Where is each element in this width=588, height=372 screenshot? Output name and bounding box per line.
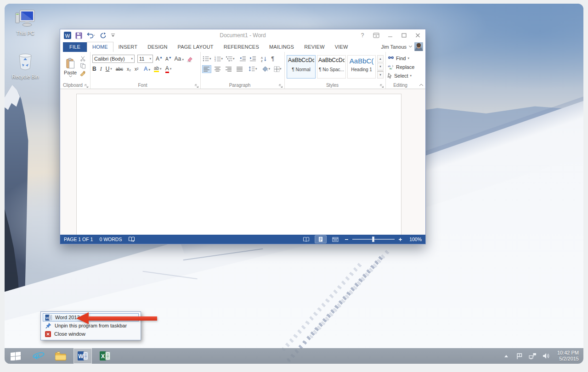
account-control[interactable]: Jim Tanous	[381, 42, 423, 51]
styles-more-button[interactable]: ▾	[377, 71, 384, 79]
ribbon-display-options-button[interactable]	[370, 31, 382, 40]
style-normal[interactable]: AaBbCcDc ¶ Normal	[287, 55, 316, 79]
jumplist-item-close-window[interactable]: Close window	[43, 330, 139, 338]
align-right-button[interactable]	[225, 66, 233, 73]
maximize-button[interactable]	[398, 31, 410, 40]
tab-insert[interactable]: INSERT	[113, 42, 142, 52]
read-mode-button[interactable]	[300, 236, 311, 243]
close-button[interactable]	[412, 31, 424, 40]
action-center-icon[interactable]	[515, 351, 524, 361]
align-left-button[interactable]	[203, 66, 211, 73]
redo-button[interactable]	[100, 32, 107, 39]
dialog-launcher-icon[interactable]	[195, 84, 199, 88]
avatar	[414, 42, 423, 51]
zoom-out-button[interactable]	[345, 237, 349, 242]
desktop-icon-recycle-bin[interactable]: Recycle Bin	[8, 52, 42, 79]
help-button[interactable]: ?	[356, 31, 368, 40]
font-color-button[interactable]: A	[165, 65, 169, 73]
numbering-button[interactable]: 123▾	[215, 56, 223, 62]
taskbar-item-file-explorer[interactable]	[51, 348, 70, 364]
tab-design[interactable]: DESIGN	[142, 42, 172, 52]
proofing-status-icon[interactable]	[128, 237, 135, 242]
decrease-indent-button[interactable]	[239, 56, 246, 62]
collapse-ribbon-button[interactable]	[419, 82, 424, 87]
dialog-launcher-icon[interactable]	[279, 84, 283, 88]
word-count[interactable]: 0 WORDS	[99, 237, 122, 242]
highlight-color-button[interactable]: ab	[154, 66, 159, 72]
paste-button[interactable]: Paste	[63, 54, 78, 81]
tab-references[interactable]: REFERENCES	[219, 42, 264, 52]
format-painter-button[interactable]	[79, 70, 86, 76]
bold-button[interactable]: B	[92, 66, 96, 72]
tab-home[interactable]: HOME	[87, 42, 113, 52]
underline-button[interactable]: U	[106, 66, 110, 72]
sort-button[interactable]: AZ	[261, 56, 267, 62]
document-page[interactable]	[76, 94, 401, 235]
tab-view[interactable]: VIEW	[330, 42, 353, 52]
taskbar-item-word[interactable]: W	[74, 348, 92, 364]
title-bar[interactable]: W Document1 - Word ?	[60, 29, 425, 41]
taskbar-item-internet-explorer[interactable]: e	[29, 348, 48, 364]
font-size-combo[interactable]: 11▾	[137, 55, 153, 63]
taskbar-clock[interactable]: 10:42 PM 5/2/2015	[555, 350, 579, 362]
find-button[interactable]: Find▾	[388, 54, 418, 62]
start-button[interactable]	[6, 348, 25, 364]
zoom-in-button[interactable]	[398, 237, 402, 242]
style-heading-1[interactable]: AaBbC( Heading 1	[347, 55, 376, 79]
increase-indent-button[interactable]	[249, 56, 256, 62]
line-spacing-button[interactable]: ▾	[249, 66, 257, 72]
print-layout-button[interactable]	[315, 236, 326, 243]
text-effects-button[interactable]: A ▾	[144, 66, 150, 72]
show-paragraph-marks-button[interactable]: ¶	[271, 56, 274, 62]
find-icon	[388, 56, 394, 61]
style-no-spacing[interactable]: AaBbCcDc ¶ No Spac...	[317, 55, 346, 79]
zoom-slider[interactable]	[352, 239, 395, 240]
change-case-button[interactable]: Aa ▾	[175, 56, 184, 62]
shading-button[interactable]: ▾	[262, 66, 271, 72]
grow-font-button[interactable]: A▲	[156, 56, 163, 62]
select-button[interactable]: Select▾	[388, 71, 418, 80]
styles-scroll-up-button[interactable]: ▴	[377, 55, 384, 62]
customize-qat-icon[interactable]	[111, 33, 115, 38]
bullets-button[interactable]: ▾	[203, 56, 211, 62]
align-center-button[interactable]	[214, 66, 222, 73]
styles-scroll-down-button[interactable]: ▾	[377, 63, 384, 70]
desktop-icon-this-pc[interactable]: This PC	[8, 9, 42, 36]
cut-button[interactable]	[79, 56, 86, 62]
italic-button[interactable]: I	[100, 66, 102, 73]
font-name-combo[interactable]: Calibri (Body)▾	[92, 55, 135, 63]
dialog-launcher-icon[interactable]	[380, 84, 384, 88]
replace-button[interactable]: abac Replace	[388, 62, 418, 71]
multilevel-list-button[interactable]: ▾	[226, 56, 235, 62]
svg-text:W: W	[65, 33, 70, 39]
justify-button[interactable]	[236, 66, 244, 73]
tab-file[interactable]: FILE	[63, 42, 87, 52]
minimize-button[interactable]	[384, 31, 396, 40]
document-area[interactable]	[60, 89, 425, 235]
quick-access-toolbar: W	[64, 32, 115, 39]
arrow-head	[76, 312, 89, 324]
style-name: ¶ No Spac...	[318, 67, 345, 72]
show-hidden-icons-button[interactable]	[502, 351, 510, 361]
network-icon[interactable]	[529, 351, 537, 361]
volume-icon[interactable]	[542, 351, 550, 361]
tab-review[interactable]: REVIEW	[299, 42, 330, 52]
borders-button[interactable]: ▾	[274, 66, 282, 72]
subscript-button[interactable]: x₂	[127, 67, 131, 72]
dialog-launcher-icon[interactable]	[85, 84, 89, 88]
web-layout-button[interactable]	[330, 236, 341, 243]
undo-button[interactable]	[86, 32, 96, 39]
clear-formatting-button[interactable]	[187, 56, 193, 62]
superscript-button[interactable]: x²	[135, 67, 138, 72]
zoom-slider-thumb[interactable]	[372, 237, 374, 242]
save-button[interactable]	[75, 32, 82, 39]
tab-mailings[interactable]: MAILINGS	[264, 42, 299, 52]
zoom-level[interactable]: 100%	[406, 237, 422, 242]
tab-page-layout[interactable]: PAGE LAYOUT	[173, 42, 219, 52]
page-indicator[interactable]: PAGE 1 OF 1	[64, 237, 93, 242]
select-icon	[388, 73, 392, 79]
shrink-font-button[interactable]: A▼	[165, 56, 172, 62]
copy-button[interactable]	[79, 63, 86, 69]
strikethrough-button[interactable]: abc	[116, 67, 123, 72]
taskbar-item-excel[interactable]: X	[96, 348, 114, 364]
